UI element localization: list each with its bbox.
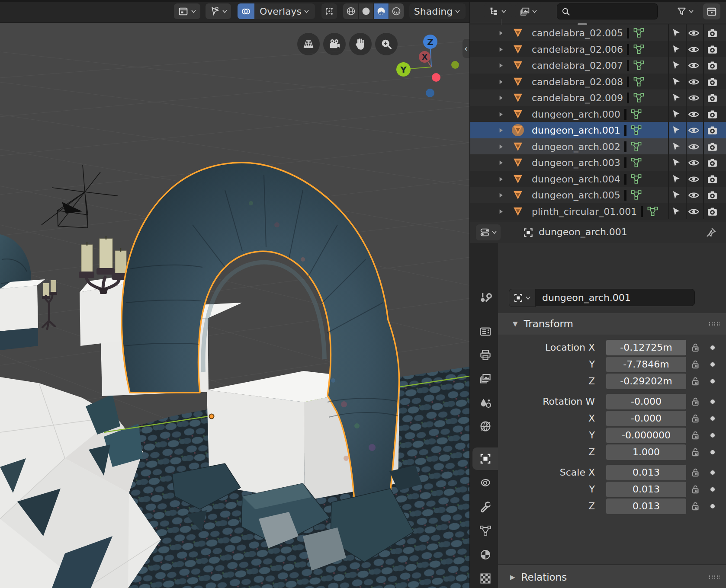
lock-icon[interactable] [690,413,701,424]
location-y-input[interactable]: -7.7846m [606,357,686,372]
scale-y-input[interactable]: 0.013 [606,482,686,497]
object-name[interactable]: plinth_circular_01.001 [532,206,637,217]
expand-icon[interactable] [497,143,504,150]
render-camera-icon[interactable] [707,141,718,153]
render-camera-icon[interactable] [707,109,718,120]
gizmo-z-negative[interactable] [426,89,434,97]
rotation-x-input[interactable]: -0.000 [606,411,686,426]
transform-panel-header[interactable]: ▼ Transform [498,313,726,335]
visibility-eye-icon[interactable] [688,109,700,120]
mode-select-button[interactable] [206,3,231,19]
render-camera-icon[interactable] [707,76,718,88]
animate-dot[interactable] [710,416,715,421]
object-name[interactable]: candelabra_02.005 [532,28,623,38]
gizmo-x-axis[interactable]: X [419,51,430,63]
visibility-eye-icon[interactable] [688,92,700,104]
selectability-icon[interactable] [670,141,682,153]
render-camera-icon[interactable] [707,27,718,39]
pan-view-button[interactable] [349,33,372,55]
render-camera-icon[interactable] [707,125,718,136]
lock-icon[interactable] [690,342,701,353]
selectability-icon[interactable] [670,125,682,136]
visibility-eye-icon[interactable] [688,141,700,153]
lock-icon[interactable] [690,484,701,495]
outliner-row-plinth-circular-01-001[interactable]: plinth_circular_01.001 [470,203,726,220]
visibility-eye-icon[interactable] [688,125,700,136]
properties-editor-type-button[interactable] [476,224,501,240]
object-name[interactable]: dungeon_arch.001 [532,125,620,136]
gizmo-z-axis[interactable]: Z [423,35,437,49]
outliner-row-candelabra-02-009[interactable]: candelabra_02.009 [470,89,726,106]
gizmo-y-axis[interactable]: Y [396,62,411,77]
tab-view-layer[interactable] [472,368,498,390]
expand-icon[interactable] [497,29,504,37]
outliner-row-dungeon-arch-000[interactable]: dungeon_arch.000 [470,106,726,122]
lock-icon[interactable] [690,501,701,512]
tab-output[interactable] [472,344,498,366]
outliner-row-candelabra-02-006[interactable]: candelabra_02.006 [470,41,726,58]
render-camera-icon[interactable] [707,92,718,104]
selectability-icon[interactable] [670,157,682,169]
pin-icon[interactable] [705,227,717,238]
outliner-row-dungeon-arch-002-selected[interactable]: dungeon_arch.002 [470,138,726,155]
shading-solid-button[interactable] [359,3,373,19]
outliner-editor-type-button[interactable] [484,3,512,19]
render-camera-icon[interactable] [707,157,718,169]
tab-texture[interactable] [472,567,498,588]
outliner-row-dungeon-arch-001-active[interactable]: dungeon_arch.001 [470,122,726,138]
expand-icon[interactable] [497,208,504,215]
shading-wireframe-button[interactable] [343,3,358,19]
animate-dot[interactable] [710,379,715,383]
scale-x-input[interactable]: 0.013 [606,465,686,480]
render-camera-icon[interactable] [707,173,718,185]
visibility-eye-icon[interactable] [688,206,700,217]
lock-icon[interactable] [690,467,701,478]
expand-icon[interactable] [497,111,504,118]
viewport-3d[interactable]: Overlays Shading Z X Y [0,0,469,588]
animate-dot[interactable] [710,470,715,475]
outliner-row-dungeon-arch-005[interactable]: dungeon_arch.005 [470,187,726,203]
object-name[interactable]: candelabra_02.009 [532,93,623,103]
gizmos-button[interactable] [321,3,337,19]
rotation-z-input[interactable]: 1.000 [606,444,686,460]
render-camera-icon[interactable] [707,44,718,55]
lock-icon[interactable] [690,447,701,458]
display-mode-button[interactable] [515,3,542,19]
expand-icon[interactable] [497,127,504,134]
outliner-row-candelabra-02-007[interactable]: candelabra_02.007 [470,57,726,74]
object-type-dropdown[interactable] [509,289,536,307]
location-z-input[interactable]: -0.29202m [606,374,686,389]
selectability-icon[interactable] [670,109,682,120]
rotation-y-input[interactable]: -0.000000 [606,428,686,443]
object-name[interactable]: dungeon_arch.000 [532,109,620,120]
render-camera-icon[interactable] [707,60,718,71]
lock-icon[interactable] [690,359,701,370]
animate-dot[interactable] [710,399,715,404]
tab-object-active[interactable] [472,447,498,470]
selectability-icon[interactable] [670,27,682,39]
object-name[interactable]: dungeon_arch.005 [532,190,620,201]
object-name[interactable]: dungeon_arch.004 [532,174,620,185]
animate-dot[interactable] [710,362,715,367]
animate-dot[interactable] [710,487,715,492]
scale-z-input[interactable]: 0.013 [606,499,686,514]
visibility-eye-icon[interactable] [688,76,700,88]
animate-dot[interactable] [710,433,715,438]
object-origin-dot[interactable] [209,414,214,419]
object-name[interactable]: candelabra_02.008 [532,77,623,87]
relations-panel-header[interactable]: ▶ Relations [498,564,726,588]
animate-dot[interactable] [710,450,715,454]
tab-tool[interactable] [472,286,498,309]
expand-icon[interactable] [497,62,504,69]
location-x-input[interactable]: -0.12725m [606,340,686,355]
selectability-icon[interactable] [670,92,682,104]
outliner-row-dungeon-arch-003[interactable]: dungeon_arch.003 [470,154,726,171]
grip-handle-icon[interactable] [708,575,720,579]
visibility-eye-icon[interactable] [688,173,700,185]
outliner-row-candelabra-02-005[interactable]: candelabra_02.005 [470,25,726,41]
expand-icon[interactable] [497,192,504,199]
tab-material[interactable] [472,543,498,566]
animate-dot[interactable] [710,504,715,508]
expand-icon[interactable] [497,159,504,166]
sidebar-collapse-handle[interactable]: ‹ [463,39,469,58]
